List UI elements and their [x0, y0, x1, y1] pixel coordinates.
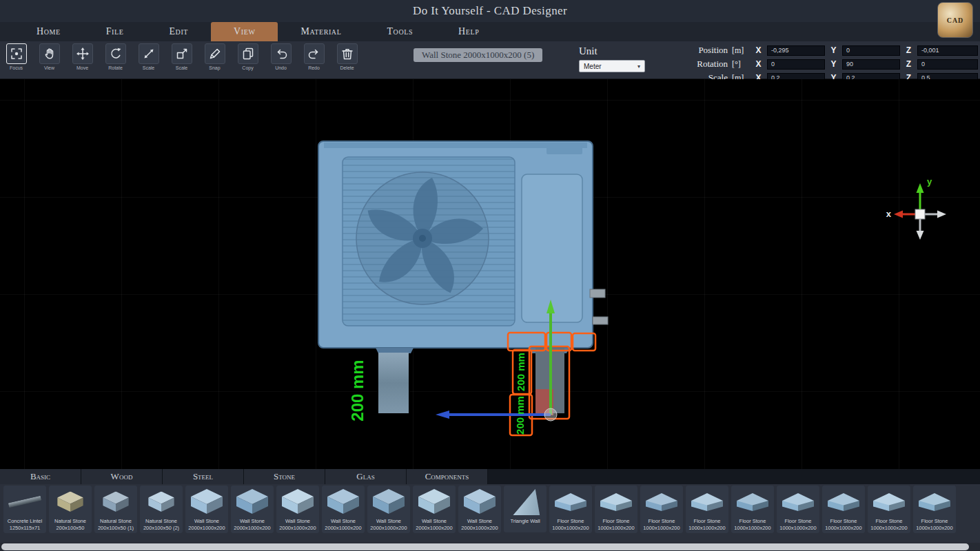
palette-item-thumbnail: [146, 490, 176, 514]
axis-y-label: Y: [829, 59, 838, 69]
palette-item-size: 200x100x50 (1): [94, 525, 137, 532]
tab-basic[interactable]: Basic: [0, 469, 81, 484]
palette-item[interactable]: Floor Stone 1000x1000x200: [640, 486, 683, 533]
tab-steel[interactable]: Steel: [163, 469, 244, 484]
palette-item-name: Floor Stone: [868, 518, 910, 525]
palette-item[interactable]: Floor Stone 1000x1000x200: [868, 486, 910, 533]
viewport-canvas[interactable]: 200 mm 200 mm 200 mm y x: [0, 79, 980, 469]
palette-item[interactable]: Wall Stone 2000x1000x200: [276, 486, 319, 533]
unit-label: Unit: [579, 45, 645, 57]
position-x-input[interactable]: [767, 45, 825, 56]
rotation-label: Rotation: [686, 59, 728, 70]
palette-item[interactable]: Floor Stone 1000x1000x200: [913, 486, 956, 533]
menu-item-edit[interactable]: Edit: [146, 22, 211, 41]
title-bar: Do It Yourself - CAD Designer: [0, 0, 980, 22]
tab-stone[interactable]: Stone: [244, 469, 325, 484]
tab-components[interactable]: Components: [407, 469, 488, 484]
palette-item[interactable]: Wall Stone 2000x1000x200: [231, 486, 274, 533]
palette-item[interactable]: Wall Stone 2000x1000x200: [413, 486, 456, 533]
palette-item[interactable]: Floor Stone 1000x1000x200: [686, 486, 728, 533]
trash-icon: [337, 43, 358, 64]
dimension-label: 200 mm: [515, 353, 527, 391]
position-z-input[interactable]: [917, 45, 978, 56]
scrollbar-thumb[interactable]: [1, 543, 969, 550]
palette-item-size: 2000x1000x200: [276, 525, 319, 532]
palette-item[interactable]: Floor Stone 1000x1000x200: [731, 486, 774, 533]
palette-item-thumbnail: [734, 488, 771, 517]
palette-item-size: 1000x1000x200: [549, 525, 592, 532]
unit-select-value: Meter: [584, 63, 602, 70]
palette-item[interactable]: Natural Stone 200x100x50 (1): [94, 486, 137, 533]
rotation-y-input[interactable]: [842, 59, 900, 70]
position-y-input[interactable]: [842, 45, 900, 56]
menu-item-tools[interactable]: Tools: [364, 22, 436, 41]
axis-x-label: X: [754, 59, 763, 69]
window-title: Do It Yourself - CAD Designer: [413, 4, 567, 18]
move-button[interactable]: Move: [70, 43, 94, 70]
delete-button[interactable]: Delete: [335, 43, 359, 70]
focus-button[interactable]: Focus: [4, 43, 28, 70]
move-icon: [72, 43, 93, 64]
palette-item-size: 1000x1000x200: [731, 525, 774, 532]
palette-item-thumbnail: [461, 488, 498, 517]
axis-y-label: Y: [829, 45, 838, 55]
toolbar: Focus View Move Rotate Scale: [0, 41, 980, 79]
gizmo-origin[interactable]: [544, 408, 557, 421]
rotation-row: Rotation [°] X Y Z: [686, 59, 978, 70]
rotation-x-input[interactable]: [767, 59, 825, 70]
palette-item[interactable]: Wall Stone 2000x1000x200: [458, 486, 501, 533]
palette-item-thumbnail: [598, 488, 635, 517]
menu-item-file[interactable]: File: [83, 22, 147, 41]
palette-item-size: [504, 525, 547, 531]
snap-button[interactable]: Snap: [203, 43, 227, 70]
palette-item[interactable]: Natural Stone 200x100x50: [49, 486, 92, 533]
menu-item-help[interactable]: Help: [436, 22, 502, 41]
palette-item-size: 1000x1000x200: [640, 525, 683, 532]
palette-item[interactable]: Wall Stone 2000x1000x200: [367, 486, 410, 533]
scale-button[interactable]: Scale: [136, 43, 161, 70]
palette-item-name: Floor Stone: [640, 518, 683, 525]
palette-item-name: Wall Stone: [413, 518, 456, 525]
orientation-gizmo[interactable]: y x: [886, 176, 946, 240]
position-row: Position [m] X Y Z: [686, 45, 978, 56]
palette-item-name: Wall Stone: [185, 518, 228, 525]
axis-y-letter: y: [927, 176, 932, 187]
palette-item[interactable]: Triangle Wall: [504, 486, 547, 532]
scale-rect-button[interactable]: Scale: [170, 43, 194, 70]
menu-item-home[interactable]: Home: [14, 22, 83, 41]
material-palette: Concrete Lintel 1250x115x71 Natural Ston…: [0, 484, 980, 543]
position-label: Position: [686, 45, 728, 56]
undo-button[interactable]: Undo: [269, 43, 293, 70]
unit-select[interactable]: Meter ▾: [579, 60, 645, 72]
focus-icon: [6, 43, 27, 64]
dimension-label: 200 mm: [348, 360, 367, 421]
left-leg[interactable]: [378, 353, 409, 413]
palette-item-thumbnail: [870, 488, 908, 517]
undo-icon: [271, 43, 292, 64]
redo-button[interactable]: Redo: [302, 43, 326, 70]
side-panel: [522, 174, 582, 322]
menu-item-material[interactable]: Material: [278, 22, 364, 41]
rotate-button[interactable]: Rotate: [103, 43, 127, 70]
palette-item-name: Floor Stone: [686, 518, 728, 525]
menu-item-view[interactable]: View: [211, 22, 278, 41]
palette-item[interactable]: Wall Stone 2000x1000x200: [322, 486, 365, 533]
palette-item[interactable]: Floor Stone 1000x1000x200: [595, 486, 637, 533]
rotation-z-input[interactable]: [917, 59, 978, 70]
palette-item-thumbnail: [234, 488, 271, 517]
tab-glas[interactable]: Glas: [325, 469, 407, 484]
palette-item[interactable]: Concrete Lintel 1250x115x71: [3, 486, 46, 533]
horizontal-scrollbar[interactable]: [0, 543, 980, 551]
palette-item[interactable]: Floor Stone 1000x1000x200: [549, 486, 592, 533]
pan-view-button[interactable]: View: [37, 43, 61, 70]
copy-button[interactable]: Copy: [236, 43, 260, 70]
palette-item-size: 2000x1000x200: [231, 525, 274, 532]
palette-item[interactable]: Floor Stone 1000x1000x200: [822, 486, 865, 533]
palette-item-thumbnail: [55, 490, 85, 514]
palette-item-name: Wall Stone: [367, 518, 410, 525]
palette-item-name: Concrete Lintel: [3, 518, 46, 525]
palette-item[interactable]: Floor Stone 1000x1000x200: [777, 486, 819, 533]
palette-item[interactable]: Natural Stone 200x100x50 (2): [140, 486, 183, 533]
tab-wood[interactable]: Wood: [81, 469, 163, 484]
palette-item[interactable]: Wall Stone 2000x1000x200: [185, 486, 228, 533]
